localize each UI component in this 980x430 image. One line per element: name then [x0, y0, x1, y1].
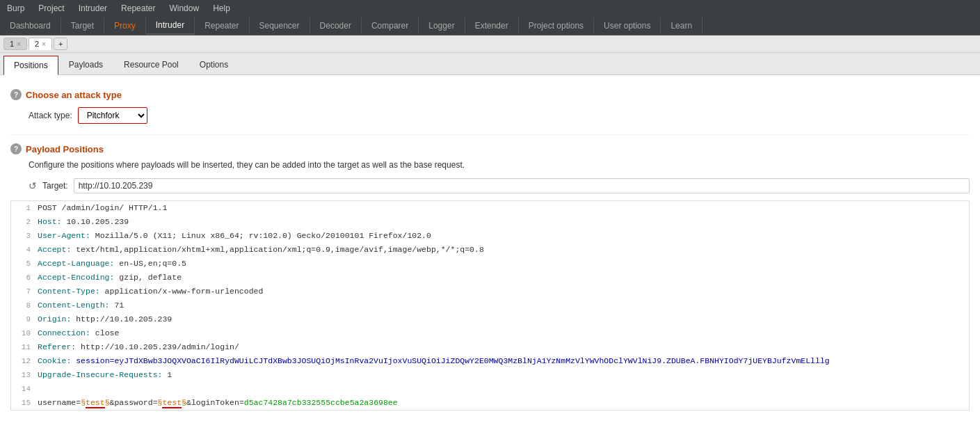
win-tab-2[interactable]: 2 × [29, 38, 52, 50]
tab-target[interactable]: Target [61, 17, 104, 34]
menu-window[interactable]: Window [162, 1, 206, 15]
win-tab-2-label: 2 [35, 40, 39, 48]
payload-positions-help-icon[interactable]: ? [10, 143, 22, 154]
tab-extender[interactable]: Extender [465, 17, 519, 34]
sub-tab-payloads[interactable]: Payloads [58, 55, 113, 74]
tab-repeater[interactable]: Repeater [195, 17, 249, 34]
new-tab-button[interactable]: + [54, 38, 67, 50]
attack-type-row: Attack type: Pitchfork [29, 107, 970, 124]
tab-intruder[interactable]: Intruder [146, 17, 195, 35]
attack-type-select[interactable]: Pitchfork [78, 107, 147, 124]
tab-dashboard[interactable]: Dashboard [0, 17, 61, 34]
tab-decoder[interactable]: Decoder [310, 17, 362, 34]
attack-type-help-icon[interactable]: ? [10, 89, 22, 100]
request-line-13: 13 Upgrade-Insecure-Requests: 1 [11, 368, 969, 382]
win-tab-2-close[interactable]: × [42, 40, 46, 48]
attack-type-label: Attack type: [29, 111, 72, 120]
request-line-2: 2 Host: 10.10.205.239 [11, 215, 969, 229]
request-editor[interactable]: 1 POST /admin/login/ HTTP/1.1 2 Host: 10… [10, 200, 970, 411]
win-tab-1-label: 1 [10, 40, 14, 48]
sub-tab-positions[interactable]: Positions [3, 56, 58, 75]
payload-positions-title: Payload Positions [26, 144, 104, 154]
main-content: ? Choose an attack type Attack type: Pit… [0, 75, 980, 430]
win-tab-1-close[interactable]: × [17, 40, 21, 48]
request-line-11: 11 Referer: http://10.10.205.239/admin/l… [11, 340, 969, 354]
win-tab-1[interactable]: 1 × [3, 38, 27, 50]
refresh-icon[interactable]: ↺ [29, 180, 37, 191]
target-label: Target: [42, 181, 68, 191]
divider-1 [10, 134, 970, 135]
request-line-9: 9 Origin: http://10.10.205.239 [11, 312, 969, 326]
tab-comparer[interactable]: Comparer [362, 17, 419, 34]
payload-positions-description: Configure the positions where payloads w… [29, 160, 970, 170]
request-line-8: 8 Content-Length: 71 [11, 298, 969, 312]
target-row: ↺ Target: [29, 178, 970, 193]
menu-intruder[interactable]: Intruder [72, 1, 114, 15]
window-tabs: 1 × 2 × + [0, 35, 980, 53]
menu-bar: Burp Project Intruder Repeater Window He… [0, 0, 980, 17]
menu-repeater[interactable]: Repeater [114, 1, 162, 15]
request-line-4: 4 Accept: text/html,application/xhtml+xm… [11, 243, 969, 257]
tab-sequencer[interactable]: Sequencer [250, 17, 310, 34]
request-line-5: 5 Accept-Language: en-US,en;q=0.5 [11, 257, 969, 271]
sub-tab-resource-pool[interactable]: Resource Pool [113, 55, 189, 74]
tab-learn[interactable]: Learn [661, 17, 702, 34]
tab-proxy[interactable]: Proxy [104, 17, 146, 34]
request-line-14: 14 [11, 382, 969, 396]
request-line-15: 15 username=§test§&password=§test§&login… [11, 396, 969, 410]
tab-user-options[interactable]: User options [594, 17, 661, 34]
tab-logger[interactable]: Logger [419, 17, 465, 34]
request-line-3: 3 User-Agent: Mozilla/5.0 (X11; Linux x8… [11, 229, 969, 243]
request-line-12: 12 Cookie: session=eyJTdXBwb3JOQXVOaCI6I… [11, 354, 969, 368]
payload-positions-section-header: ? Payload Positions [10, 143, 970, 154]
request-line-7: 7 Content-Type: application/x-www-form-u… [11, 285, 969, 298]
request-line-10: 10 Connection: close [11, 326, 969, 340]
request-line-6: 6 Accept-Encoding: gzip, deflate [11, 271, 969, 285]
attack-type-title: Choose an attack type [26, 90, 122, 100]
menu-project[interactable]: Project [31, 1, 71, 15]
tab-project-options[interactable]: Project options [519, 17, 594, 34]
nav-tabs: Dashboard Target Proxy Intruder Repeater… [0, 17, 980, 35]
target-input[interactable] [74, 178, 970, 193]
attack-type-section-header: ? Choose an attack type [10, 89, 970, 100]
request-line-1: 1 POST /admin/login/ HTTP/1.1 [11, 201, 969, 215]
sub-tabs: Positions Payloads Resource Pool Options [0, 53, 980, 75]
menu-help[interactable]: Help [206, 1, 237, 15]
sub-tab-options[interactable]: Options [189, 55, 239, 74]
menu-burp[interactable]: Burp [0, 1, 31, 15]
